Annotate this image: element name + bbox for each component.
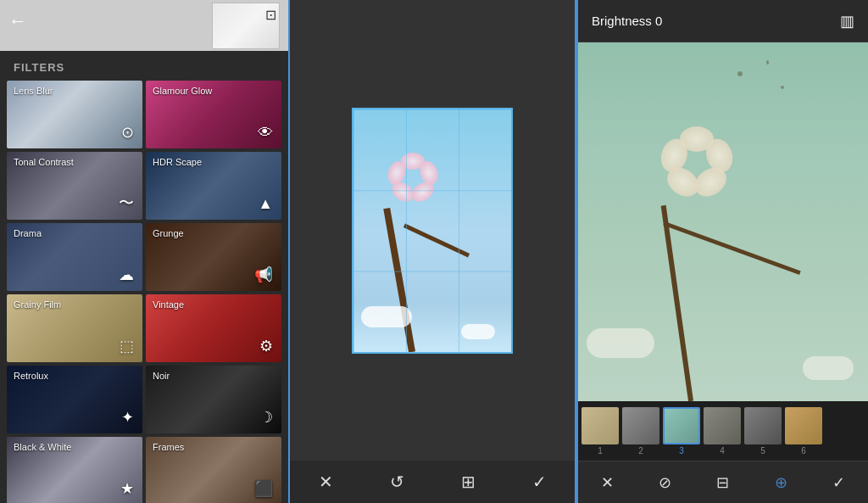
filter-item-glamour-glow[interactable]: Glamour Glow 👁 (146, 81, 281, 148)
filter-icon-frames: ⬛ (254, 479, 273, 498)
filter-item-tonal-contrast[interactable]: Tonal Contrast 〜 (7, 152, 142, 220)
filter-icon-glamour-glow: 👁 (258, 124, 273, 142)
filter-icon-vintage: ⚙ (259, 337, 273, 355)
filter-item-grunge[interactable]: Grunge 📢 (146, 223, 281, 291)
filter-item-lens-blur[interactable]: Lens Blur ⊙ (7, 81, 142, 148)
filter-icon-retrolux: ✦ (121, 408, 134, 427)
right-toolbar: ✕ ⊘ ⊟ ⊕ ✓ (578, 461, 868, 503)
top-preview-area: ← ⊡ (0, 0, 288, 51)
filter-item-black-white[interactable]: Black & White ★ (7, 437, 142, 503)
right-image-area (578, 42, 868, 401)
petal-2 (417, 159, 441, 187)
petal-3 (408, 178, 437, 206)
middle-image-area (290, 0, 575, 461)
brush-tool-button[interactable]: ⊘ (652, 467, 678, 499)
strip-thumb-2 (622, 407, 659, 444)
crop-tool-button[interactable]: ⊞ (454, 465, 482, 499)
filter-strip: 1 2 3 4 5 6 (578, 401, 868, 461)
filter-item-retrolux[interactable]: Retrolux ✦ (7, 366, 142, 433)
filter-label-grunge: Grunge (153, 228, 184, 238)
filter-label-frames: Frames (153, 442, 184, 452)
right-confirm-button[interactable]: ✓ (826, 467, 852, 499)
filter-label-noir: Noir (153, 371, 170, 381)
petal-5 (385, 159, 409, 187)
filter-icon-grunge: 📢 (254, 265, 273, 284)
middle-panel: ✕ ↺ ⊞ ✓ (288, 0, 576, 503)
crop-frame (352, 108, 513, 354)
strip-item-6[interactable]: 6 (785, 407, 822, 455)
strip-num-2: 2 (638, 446, 643, 455)
filter-icon-grainy-film: ⬚ (120, 337, 134, 355)
strip-num-1: 1 (598, 446, 603, 455)
vintage-photo (578, 42, 868, 401)
filter-icon-hdr-scape: ▲ (258, 195, 273, 213)
tune-tool-button[interactable]: ⊟ (709, 467, 736, 499)
strip-item-5[interactable]: 5 (744, 407, 782, 455)
filter-label-tonal-contrast: Tonal Contrast (14, 157, 74, 167)
strip-num-5: 5 (760, 446, 765, 455)
petal-1 (401, 153, 425, 170)
branch-decoration (403, 223, 470, 257)
filter-label-drama: Drama (14, 228, 42, 238)
filter-item-grainy-film[interactable]: Grainy Film ⬚ (7, 294, 142, 362)
strip-thumb-6 (785, 407, 822, 444)
looks-tool-button[interactable]: ⊕ (768, 467, 794, 499)
strip-num-3: 3 (679, 446, 684, 455)
filter-icon-tonal-contrast: 〜 (119, 193, 134, 213)
filter-icon-drama: ☁ (119, 265, 134, 284)
strip-num-6: 6 (801, 446, 806, 455)
strip-thumb-1 (581, 407, 619, 444)
strip-thumb-3 (663, 407, 700, 444)
filters-grid: Lens Blur ⊙ Glamour Glow 👁 Tonal Contras… (0, 81, 288, 503)
crop-indicator-icon: ⊡ (265, 7, 276, 23)
confirm-button[interactable]: ✓ (526, 465, 554, 499)
filter-label-lens-blur: Lens Blur (14, 86, 53, 96)
right-cancel-button[interactable]: ✕ (594, 467, 620, 499)
filter-icon-black-white: ★ (120, 479, 134, 498)
filters-section-title: FILTERS (0, 51, 288, 81)
rotate-button[interactable]: ↺ (383, 465, 411, 499)
left-panel: ← ⊡ FILTERS Lens Blur ⊙ Glamour Glow 👁 T… (0, 0, 288, 503)
filter-item-drama[interactable]: Drama ☁ (7, 223, 142, 291)
cherry-blossom-photo (353, 109, 511, 352)
filter-icon-lens-blur: ⊙ (121, 123, 134, 142)
vintage-overlay (578, 42, 868, 401)
filter-icon-noir: ☽ (259, 408, 273, 427)
back-button[interactable]: ← (8, 10, 27, 32)
filter-label-retrolux: Retrolux (14, 371, 48, 381)
filter-label-glamour-glow: Glamour Glow (153, 86, 212, 96)
strip-item-4[interactable]: 4 (704, 407, 741, 455)
strip-item-3[interactable]: 3 (663, 407, 700, 455)
filter-label-black-white: Black & White (14, 442, 71, 452)
filter-item-hdr-scape[interactable]: HDR Scape ▲ (146, 152, 281, 220)
petal-4 (388, 178, 417, 206)
strip-num-4: 4 (720, 446, 725, 455)
strip-item-2[interactable]: 2 (622, 407, 659, 455)
middle-toolbar: ✕ ↺ ⊞ ✓ (290, 461, 575, 503)
brightness-title: Brightness 0 (592, 14, 662, 28)
cancel-button[interactable]: ✕ (312, 465, 340, 499)
filter-item-frames[interactable]: Frames ⬛ (146, 437, 281, 503)
stem-decoration (383, 208, 415, 352)
filter-label-hdr-scape: HDR Scape (153, 157, 202, 167)
strip-item-1[interactable]: 1 (581, 407, 619, 455)
compare-icon[interactable]: ▥ (840, 12, 854, 31)
filter-label-vintage: Vintage (153, 299, 184, 310)
filter-item-vintage[interactable]: Vintage ⚙ (146, 294, 281, 362)
right-header: Brightness 0 ▥ (578, 0, 868, 42)
filter-label-grainy-film: Grainy Film (14, 299, 61, 310)
right-panel: Brightness 0 ▥ 1 (576, 0, 868, 503)
strip-thumb-5 (744, 407, 782, 444)
filter-item-noir[interactable]: Noir ☽ (146, 366, 281, 433)
cloud-1 (361, 306, 412, 327)
strip-thumb-4 (704, 407, 741, 444)
cloud-2 (461, 324, 495, 339)
